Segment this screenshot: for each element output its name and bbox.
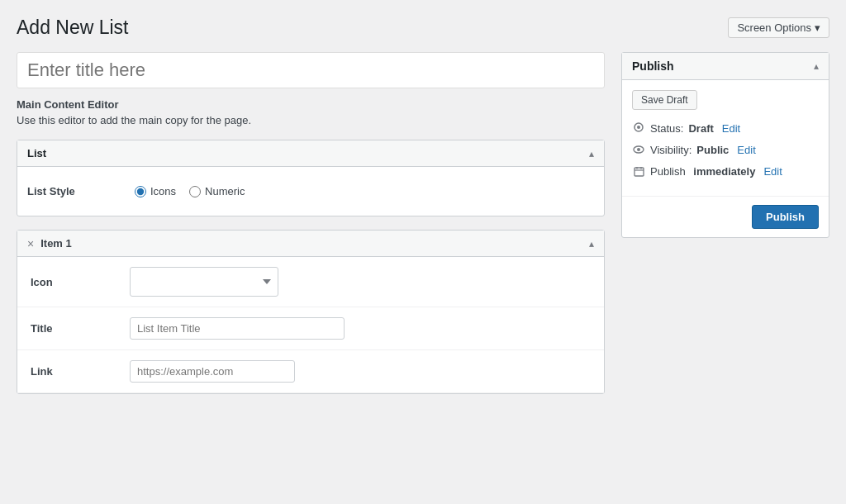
link-control (130, 360, 591, 383)
list-meta-box: List ▴ List Style Icons N (17, 140, 605, 216)
visibility-row: Visibility: Public Edit (632, 143, 819, 156)
item1-header-left: × Item 1 (27, 237, 72, 250)
visibility-value: Public (696, 144, 729, 156)
list-meta-box-toggle: ▴ (589, 148, 594, 159)
svg-point-1 (637, 126, 640, 129)
sidebar: Publish ▴ Save Draft Status: (621, 52, 829, 238)
status-value: Draft (688, 122, 713, 135)
title-row: Title (17, 307, 604, 350)
publish-body: Save Draft Status: Draft Edit (622, 80, 829, 196)
list-meta-box-body: List Style Icons Numeric (17, 167, 604, 216)
radio-numeric-option[interactable]: Numeric (189, 185, 245, 197)
icon-label: Icon (31, 276, 130, 288)
publish-button[interactable]: Publish (752, 205, 819, 229)
item1-meta-header[interactable]: × Item 1 ▴ (17, 231, 604, 257)
publish-toggle: ▴ (814, 60, 819, 72)
link-field[interactable] (130, 360, 295, 383)
visibility-edit-link[interactable]: Edit (737, 144, 755, 156)
title-field[interactable] (130, 317, 345, 340)
visibility-icon (632, 143, 645, 156)
screen-options-arrow: ▾ (815, 21, 820, 34)
list-style-control: Icons Numeric (135, 185, 594, 197)
editor-label-text: Main Content Editor (17, 98, 605, 111)
calendar-icon (632, 164, 645, 178)
icon-select[interactable] (130, 267, 278, 297)
publish-box: Publish ▴ Save Draft Status: (621, 52, 829, 238)
remove-item1-button[interactable]: × (27, 238, 34, 250)
svg-rect-4 (634, 168, 644, 176)
radio-numeric-input[interactable] (189, 186, 201, 197)
radio-icons-input[interactable] (135, 186, 146, 197)
publish-header[interactable]: Publish ▴ (622, 53, 829, 80)
publish-timing-value: immediately (691, 165, 756, 178)
content-area: Main Content Editor Use this editor to a… (17, 52, 605, 407)
status-row: Status: Draft Edit (632, 121, 819, 135)
icon-control (130, 267, 591, 297)
list-meta-box-header[interactable]: List ▴ (17, 140, 604, 167)
icon-row: Icon (17, 257, 604, 307)
item1-meta-box: × Item 1 ▴ Icon (17, 230, 605, 394)
list-style-label: List Style (27, 185, 135, 197)
publish-footer: Publish (622, 196, 829, 237)
page-title: Add New List (17, 17, 129, 39)
publish-heading: Publish (632, 59, 674, 73)
title-control (130, 317, 591, 340)
radio-icons-label: Icons (150, 185, 176, 197)
publish-timing-edit-link[interactable]: Edit (763, 165, 782, 178)
status-icon (632, 121, 645, 135)
save-draft-button[interactable]: Save Draft (632, 90, 697, 110)
status-edit-link[interactable]: Edit (722, 122, 740, 135)
item1-heading: Item 1 (40, 237, 72, 250)
screen-options-label: Screen Options (737, 21, 811, 34)
title-input[interactable] (17, 52, 605, 88)
radio-numeric-label: Numeric (205, 185, 245, 197)
visibility-label: Visibility: (650, 144, 692, 156)
editor-description: Use this editor to add the main copy for… (17, 114, 605, 126)
item1-body: Icon Title (17, 257, 604, 393)
publish-timing-row: Publish immediately Edit (632, 164, 819, 178)
title-label: Title (31, 322, 130, 335)
status-label: Status: (650, 122, 683, 135)
list-style-row: List Style Icons Numeric (27, 177, 594, 206)
screen-options-button[interactable]: Screen Options ▾ (728, 17, 829, 38)
link-label: Link (31, 365, 130, 378)
list-meta-box-heading: List (27, 147, 46, 159)
svg-point-3 (637, 148, 640, 151)
item1-toggle: ▴ (589, 238, 594, 250)
link-row: Link (17, 350, 604, 393)
publish-timing-label: Publish (650, 165, 686, 178)
radio-icons-option[interactable]: Icons (135, 185, 176, 197)
